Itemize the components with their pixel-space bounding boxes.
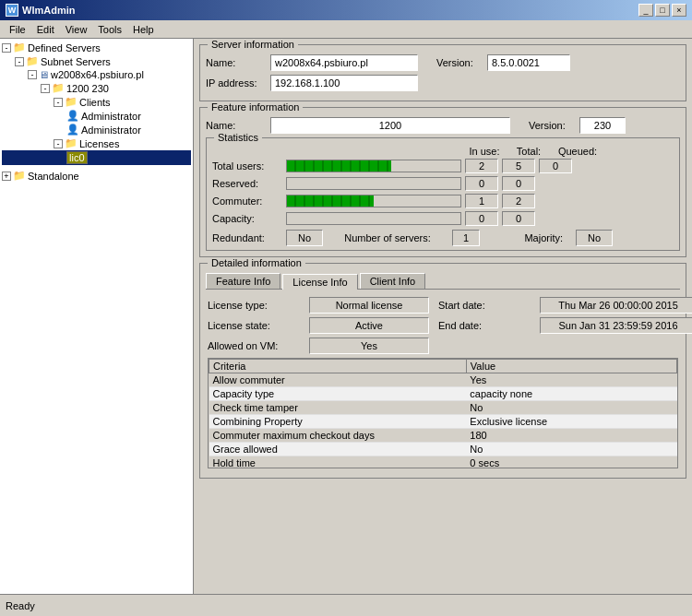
maximize-button[interactable]: □ xyxy=(655,4,670,17)
tree-item-clients[interactable]: - 📁 Clients xyxy=(2,95,191,109)
criteria-cell: Capacity type xyxy=(209,387,467,401)
menu-file[interactable]: File xyxy=(4,23,31,36)
criteria-row: Grace allowed No xyxy=(209,443,677,456)
tree-item-1200-230[interactable]: - 📁 1200 230 xyxy=(2,81,191,95)
total-users-bar xyxy=(286,160,461,172)
name-label: Name: xyxy=(206,57,270,68)
expand-icon-standalone[interactable]: + xyxy=(2,172,11,181)
menu-view[interactable]: View xyxy=(60,23,93,36)
num-servers-label: Number of servers: xyxy=(332,232,443,243)
tree-item-admin2[interactable]: 👤 Administrator xyxy=(2,123,191,136)
detailed-info-title: Detailed information xyxy=(208,257,305,268)
minimize-button[interactable]: _ xyxy=(638,4,653,17)
tree-item-admin1[interactable]: 👤 Administrator xyxy=(2,109,191,123)
server-ip-row: IP address: xyxy=(206,75,680,91)
detailed-info-group: Detailed information Feature Info Licens… xyxy=(199,263,686,479)
close-button[interactable]: × xyxy=(672,4,686,17)
start-date-label: Start date: xyxy=(438,300,540,311)
stat-capacity: Capacity: 0 0 xyxy=(212,211,674,226)
app-icon: W xyxy=(6,4,18,17)
feature-version-input[interactable] xyxy=(579,117,626,134)
tab-feature-info[interactable]: Feature Info xyxy=(206,273,280,289)
stat-commuter: Commuter: 1 2 xyxy=(212,194,674,208)
tree-item-subnet-servers[interactable]: - 📁 Subnet Servers xyxy=(2,54,191,68)
criteria-cell: Combining Property xyxy=(209,415,467,429)
license-vm-row: Allowed on VM: xyxy=(208,338,429,354)
license-rows: License type: License state: Allowed on … xyxy=(208,297,678,358)
expand-icon-subnet[interactable]: - xyxy=(15,57,24,66)
majority-label: Majority: xyxy=(507,232,563,243)
status-text: Ready xyxy=(6,600,35,611)
queued-header: Queued: xyxy=(550,146,605,157)
server-name-input[interactable] xyxy=(270,54,418,71)
commuter-in-use: 1 xyxy=(465,194,498,208)
server-version-input[interactable] xyxy=(487,54,570,71)
ip-label: IP address: xyxy=(206,77,270,89)
license-info-content: License type: License state: Allowed on … xyxy=(206,293,680,472)
total-users-queued: 0 xyxy=(539,159,572,173)
title-text: W WlmAdmin xyxy=(6,4,75,17)
criteria-cell: Commuter maximum checkout days xyxy=(209,429,467,443)
server-ip-input[interactable] xyxy=(270,75,418,91)
criteria-header-row: Criteria Value xyxy=(209,360,677,373)
redundant-label: Redundant: xyxy=(212,232,277,243)
total-users-label: Total users: xyxy=(212,160,286,172)
value-cell: No xyxy=(466,401,676,415)
expand-icon-clients[interactable]: - xyxy=(54,98,63,107)
criteria-col-header: Criteria xyxy=(209,360,467,373)
feature-name-input[interactable] xyxy=(270,117,510,134)
total-users-bar-fill xyxy=(287,160,391,172)
feature-name-row: Name: Version: xyxy=(206,117,680,134)
criteria-row: Check time tamper No xyxy=(209,401,677,415)
statistics-title: Statistics xyxy=(214,132,262,143)
expand-icon-server[interactable]: - xyxy=(28,70,37,79)
criteria-cell: Check time tamper xyxy=(209,401,467,415)
criteria-table-scroll[interactable]: Criteria Value Allow commuter Yes Capaci… xyxy=(209,359,677,468)
server-name-row: Name: Version: xyxy=(206,54,680,71)
value-cell: 180 xyxy=(466,429,676,443)
criteria-row: Hold time 0 secs xyxy=(209,456,677,468)
total-users-total: 5 xyxy=(502,159,535,173)
tree-item-server[interactable]: - 🖥 w2008x64.psbiuro.pl xyxy=(2,68,191,81)
tree-item-lic0[interactable]: lic0 xyxy=(2,150,191,165)
server-info-title: Server information xyxy=(208,39,298,50)
version-label: Version: xyxy=(436,57,487,68)
criteria-thead: Criteria Value xyxy=(209,360,677,373)
criteria-table: Criteria Value Allow commuter Yes Capaci… xyxy=(209,359,677,468)
tree-item-defined-servers[interactable]: - 📁 Defined Servers xyxy=(2,41,191,54)
feature-name-label: Name: xyxy=(206,120,270,131)
server-info-group: Server information Name: Version: IP add… xyxy=(199,44,686,101)
expand-icon-1200[interactable]: - xyxy=(41,84,50,93)
criteria-cell: Allow commuter xyxy=(209,373,467,387)
end-date-label: End date: xyxy=(438,320,540,331)
title-buttons: _ □ × xyxy=(638,4,686,17)
commuter-bar-fill xyxy=(287,195,374,207)
menu-bar: File Edit View Tools Help xyxy=(0,20,692,39)
license-state-label: License state: xyxy=(208,320,309,331)
tab-client-info[interactable]: Client Info xyxy=(360,273,426,289)
end-date-input xyxy=(540,317,692,334)
capacity-total: 0 xyxy=(502,211,535,226)
criteria-table-wrapper: Criteria Value Allow commuter Yes Capaci… xyxy=(208,358,678,468)
reserved-total: 0 xyxy=(502,176,535,191)
menu-help[interactable]: Help xyxy=(127,23,160,36)
start-date-row: Start date: xyxy=(438,297,692,314)
criteria-row: Combining Property Exclusive license xyxy=(209,415,677,429)
title-bar: W WlmAdmin _ □ × xyxy=(0,0,692,20)
tree-item-standalone[interactable]: + 📁 Standalone xyxy=(2,169,191,183)
tree-item-licenses[interactable]: - 📁 Licenses xyxy=(2,136,191,150)
tab-license-info[interactable]: License Info xyxy=(282,274,357,290)
value-cell: Yes xyxy=(466,373,676,387)
expand-icon[interactable]: - xyxy=(2,43,11,53)
commuter-bar xyxy=(286,195,461,207)
end-date-row: End date: xyxy=(438,317,692,334)
num-servers-input xyxy=(452,230,480,246)
menu-edit[interactable]: Edit xyxy=(31,23,60,36)
criteria-row: Commuter maximum checkout days 180 xyxy=(209,429,677,443)
expand-icon-licenses[interactable]: - xyxy=(54,139,63,148)
status-bar: Ready xyxy=(0,594,692,616)
feature-version-label: Version: xyxy=(529,120,579,131)
menu-tools[interactable]: Tools xyxy=(92,23,127,36)
license-left: License type: License state: Allowed on … xyxy=(208,297,429,358)
commuter-total: 2 xyxy=(502,194,535,208)
